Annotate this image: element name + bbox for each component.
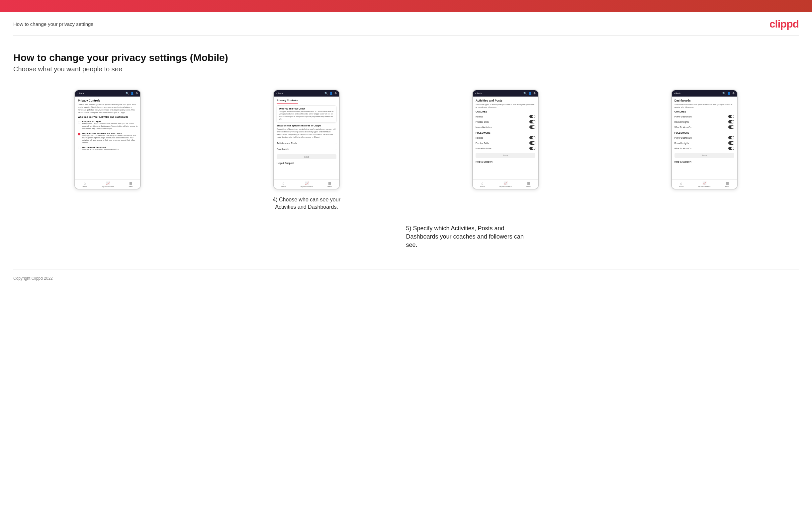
phone-back-4[interactable]: ‹ Back — [674, 92, 681, 95]
phone-bottom-nav-3: ⌂ Home 📈 My Performance ☰ Menu — [473, 179, 538, 189]
phone-section-title-4: Dashboards — [674, 99, 734, 102]
nav-menu-1[interactable]: ☰ Menu — [129, 181, 133, 187]
phone-option-approved[interactable]: Only Approved Followers and Your Coach O… — [78, 131, 138, 145]
row-manual-followers-3: Manual Activities — [475, 146, 536, 151]
toggle-drills-followers-3[interactable] — [529, 142, 536, 145]
phone-bottom-nav-1: ⌂ Home 📈 My Performance ☰ Menu — [75, 179, 140, 189]
chevron-activities-2: › — [336, 142, 337, 145]
search-icon-1[interactable]: 🔍 — [125, 92, 129, 95]
radio-everyone[interactable] — [78, 121, 81, 123]
phone-section-text-4: Select the dashboards that you'd like to… — [674, 103, 734, 109]
toggle-rounds-coaches-3[interactable] — [529, 115, 536, 118]
radio-youcoach[interactable] — [78, 147, 81, 149]
list-activities-2[interactable]: Activities and Posts › — [276, 140, 337, 146]
nav-perf-3[interactable]: 📈 My Performance — [500, 181, 512, 187]
nav-menu-3[interactable]: ☰ Menu — [526, 181, 531, 187]
person-icon-1[interactable]: 👤 — [131, 92, 134, 95]
toggle-manual-coaches-3[interactable] — [529, 125, 536, 129]
toggle-drills-coaches-3[interactable] — [529, 120, 536, 123]
option-youcoach-desc: Only you and the coaches you connect wit… — [82, 148, 119, 151]
row-whattowork-coaches-4: What To Work On — [674, 124, 734, 130]
person-icon-2[interactable]: 👤 — [329, 92, 333, 95]
save-btn-4[interactable]: Save — [674, 153, 734, 158]
phone-back-3[interactable]: ‹ Back — [475, 92, 482, 95]
nav-menu-2[interactable]: ☰ Menu — [327, 181, 332, 187]
phone-mockup-1: ‹ Back 🔍 👤 ⚙ Privacy Controls Control ho… — [74, 90, 141, 189]
phone-section-text-1: Control how you and your data appears to… — [78, 103, 138, 114]
chart-icon-3: 📈 — [503, 181, 507, 185]
phone-tab-2[interactable]: Privacy Controls — [276, 99, 298, 102]
row-playerdash-coaches-4: Player Dashboard — [674, 114, 734, 119]
nav-menu-4[interactable]: ☰ Menu — [725, 181, 730, 187]
nav-home-1[interactable]: ⌂ Home — [83, 181, 87, 187]
toggle-playerdash-followers-4[interactable] — [728, 136, 734, 139]
toggle-playerdash-coaches-4[interactable] — [728, 115, 734, 118]
radio-approved[interactable] — [78, 133, 81, 135]
phone-mockup-3: ‹ Back 🔍 👤 ⚙ Activities and Posts Select… — [472, 90, 539, 189]
phone-back-1[interactable]: ‹ Back — [78, 92, 84, 95]
footer: Copyright Clippd 2022 — [0, 269, 812, 287]
dashboards-label-2: Dashboards — [276, 148, 289, 150]
toggle-whattowork-followers-4[interactable] — [728, 147, 734, 150]
settings-icon-1[interactable]: ⚙ — [136, 92, 138, 95]
nav-home-4[interactable]: ⌂ Home — [679, 181, 683, 187]
phone-nav-2: ‹ Back 🔍 👤 ⚙ — [274, 90, 339, 97]
phone-bottom-nav-4: ⌂ Home 📈 My Performance ☰ Menu — [672, 179, 737, 189]
followers-label-4: FOLLOWERS — [674, 132, 734, 134]
phone-bottom-nav-2: ⌂ Home 📈 My Performance ☰ Menu — [274, 179, 339, 189]
phone-option-everyone[interactable]: Everyone on Clippd Everyone on Clippd ca… — [78, 119, 138, 131]
settings-icon-3[interactable]: ⚙ — [534, 92, 536, 95]
option-everyone-desc: Everyone on Clippd can search for you an… — [82, 122, 138, 129]
top-bar — [0, 0, 812, 12]
phone-body-3: Activities and Posts Select the types of… — [473, 97, 538, 179]
screenshots-row: ‹ Back 🔍 👤 ⚙ Privacy Controls Control ho… — [13, 90, 799, 211]
settings-icon-4[interactable]: ⚙ — [732, 92, 734, 95]
row-roundinsights-coaches-4: Round Insights — [674, 119, 734, 124]
toggle-whattowork-coaches-4[interactable] — [728, 125, 734, 129]
menu-icon-2: ☰ — [328, 181, 331, 185]
menu-icon-4: ☰ — [726, 181, 729, 185]
toggle-roundinsights-coaches-4[interactable] — [728, 120, 734, 123]
home-icon-2: ⌂ — [283, 181, 285, 185]
toggle-manual-followers-3[interactable] — [529, 147, 536, 150]
search-icon-3[interactable]: 🔍 — [523, 92, 527, 95]
nav-home-2[interactable]: ⌂ Home — [281, 181, 286, 187]
person-icon-3[interactable]: 👤 — [528, 92, 532, 95]
phone-nav-1: ‹ Back 🔍 👤 ⚙ — [75, 90, 140, 97]
list-dashboards-2[interactable]: Dashboards › — [276, 146, 337, 152]
phone-nav-icons-3: 🔍 👤 ⚙ — [523, 92, 536, 95]
followers-label-3: FOLLOWERS — [475, 132, 536, 134]
caption-5: 5) Specify which Activities, Posts and D… — [406, 224, 532, 249]
settings-icon-2[interactable]: ⚙ — [335, 92, 337, 95]
nav-perf-2[interactable]: 📈 My Performance — [301, 181, 313, 187]
caption-4: 4) Choose who can see your Activities an… — [270, 196, 343, 211]
person-icon-4[interactable]: 👤 — [727, 92, 731, 95]
nav-perf-1[interactable]: 📈 My Performance — [102, 181, 114, 187]
phone-option-youcoach[interactable]: Only You and Your Coach Only you and the… — [78, 145, 138, 152]
header-title: How to change your privacy settings — [13, 21, 93, 27]
coaches-label-4: COACHES — [674, 111, 734, 113]
toggle-rounds-followers-3[interactable] — [529, 136, 536, 139]
caption-row-5: 5) Specify which Activities, Posts and D… — [13, 224, 799, 249]
save-btn-2[interactable]: Save — [276, 154, 337, 159]
help-label-4: Help & Support — [674, 161, 734, 163]
save-btn-3[interactable]: Save — [475, 153, 536, 158]
nav-perf-4[interactable]: 📈 My Performance — [698, 181, 711, 187]
toggle-roundinsights-followers-4[interactable] — [728, 142, 734, 145]
menu-icon-3: ☰ — [527, 181, 530, 185]
phone-group-1: ‹ Back 🔍 👤 ⚙ Privacy Controls Control ho… — [13, 90, 202, 196]
chart-icon-1: 📈 — [106, 181, 110, 185]
phone-nav-icons-2: 🔍 👤 ⚙ — [324, 92, 337, 95]
search-icon-4[interactable]: 🔍 — [722, 92, 726, 95]
phone-nav-3: ‹ Back 🔍 👤 ⚙ — [473, 90, 538, 97]
nav-home-3[interactable]: ⌂ Home — [480, 181, 485, 187]
show-hide-title-2: Show or hide specific features in Clippd — [276, 124, 337, 127]
row-roundinsights-followers-4: Round Insights — [674, 140, 734, 146]
phone-group-4: ‹ Back 🔍 👤 ⚙ Dashboards Select the dashb… — [610, 90, 799, 196]
phone-nav-icons-4: 🔍 👤 ⚙ — [722, 92, 734, 95]
phone-back-2[interactable]: ‹ Back — [276, 92, 283, 95]
home-icon-3: ⌂ — [481, 181, 484, 185]
logo: clippd — [769, 18, 799, 30]
search-icon-2[interactable]: 🔍 — [324, 92, 328, 95]
row-manual-coaches-3: Manual Activities — [475, 124, 536, 130]
